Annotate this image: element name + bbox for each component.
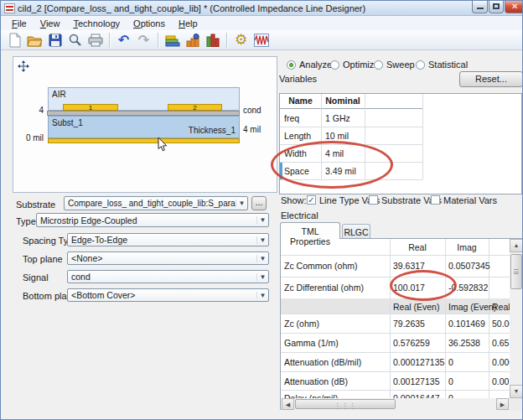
- vertical-scrollbar-thumb[interactable]: ☰: [510, 254, 522, 289]
- reset-button[interactable]: Reset...: [459, 71, 523, 87]
- tml-row-name: Attenuation (dB/mil): [284, 357, 361, 367]
- loss-chart-button[interactable]: [204, 32, 221, 49]
- toolbar-separator: [226, 33, 227, 48]
- undo-button[interactable]: ↶: [115, 32, 132, 49]
- new-file-button[interactable]: [6, 32, 23, 49]
- analyze-radio[interactable]: [287, 60, 296, 70]
- save-icon: [49, 34, 62, 47]
- bottom-cover-layer[interactable]: [48, 138, 240, 143]
- var-row-freq-value[interactable]: 1 GHz: [325, 113, 350, 123]
- scroll-right-button[interactable]: ▶: [496, 398, 509, 410]
- chevron-down-icon: ▼: [256, 255, 268, 262]
- minimize-button[interactable]: [472, 1, 488, 13]
- zoom-button[interactable]: [66, 32, 84, 49]
- tml-row-imag: 0: [448, 376, 453, 386]
- tml-row-imag: 0: [448, 357, 453, 367]
- menu-view[interactable]: View: [34, 18, 66, 29]
- menu-help[interactable]: Help: [173, 18, 204, 29]
- trace-2[interactable]: 2: [168, 104, 222, 111]
- settings-gear-icon: ⚙: [235, 34, 247, 47]
- tml-row-name: Attenuation (dB): [284, 376, 348, 386]
- tml-subcol-imag-even: Imag (Even): [448, 302, 496, 312]
- menu-options[interactable]: Options: [127, 18, 171, 29]
- maximize-button[interactable]: [489, 1, 504, 13]
- electrical-label: Electrical: [281, 210, 318, 220]
- tml-row-extra: 0.001: [492, 376, 510, 386]
- impedance-chart-icon: [185, 34, 200, 47]
- chevron-down-icon: ▼: [256, 236, 268, 244]
- tab-rlgc[interactable]: RLGC: [342, 224, 370, 239]
- vertical-scrollbar[interactable]: ▲ ☰ ▼: [510, 239, 523, 398]
- bottom-plane-value: <Bottom Cover>: [68, 290, 256, 300]
- substrate-browse-button[interactable]: ...: [251, 196, 267, 210]
- annotation-circle-zc-differential: [390, 270, 457, 301]
- annotation-circle-width-space: [271, 141, 393, 189]
- horizontal-scrollbar-thumb[interactable]: ⋮⋮⋮: [295, 399, 396, 409]
- scroll-down-button[interactable]: ▼: [510, 385, 523, 398]
- settings-button[interactable]: ⚙: [232, 32, 250, 49]
- var-row-length-value[interactable]: 10 mil: [325, 131, 349, 141]
- material-vars-checkbox[interactable]: [431, 195, 440, 205]
- trace-2-label: 2: [168, 105, 221, 111]
- chevron-down-icon: ▼: [256, 216, 268, 224]
- optimize-radio[interactable]: [330, 60, 339, 70]
- tml-col-imag: Imag: [445, 242, 489, 252]
- spacing-type-select[interactable]: Edge-To-Edge ▼: [67, 233, 269, 246]
- tml-col-real: Real: [390, 242, 445, 252]
- app-icon: [4, 3, 15, 13]
- cross-section-panel[interactable]: AIR 1 2 4 cond Subst_1 Thickness_1 4 mil…: [13, 56, 277, 193]
- top-plane-select[interactable]: <None> ▼: [67, 251, 269, 265]
- type-select[interactable]: Microstrip Edge-Coupled ▼: [36, 213, 269, 227]
- scroll-up-button[interactable]: ▲: [510, 239, 523, 252]
- top-plane-label: Top plane: [23, 254, 63, 264]
- substrate-stack-icon: [165, 34, 180, 47]
- tml-properties-table[interactable]: Real Imag Zc Common (ohm) 39.6317 0.0507…: [280, 238, 523, 410]
- tml-row-real: 0.00127135: [393, 376, 439, 386]
- sweep-radio[interactable]: [374, 60, 383, 70]
- scroll-left-button[interactable]: ◀: [282, 398, 294, 410]
- tml-subcol-real-even: Real (Even): [393, 302, 439, 312]
- analyze-radio-label: Analyze: [299, 60, 332, 70]
- menu-file[interactable]: File: [6, 18, 33, 29]
- tml-row-extra: 0.651: [492, 338, 510, 348]
- menu-technology[interactable]: Technology: [67, 18, 126, 29]
- mouse-cursor: [158, 137, 168, 152]
- substrate-select[interactable]: Compare_loss_ and_tight_couple_lib:S_par…: [64, 196, 248, 210]
- redo-button[interactable]: ↷: [135, 32, 153, 49]
- close-button[interactable]: ✕: [505, 1, 523, 13]
- statistical-radio[interactable]: [416, 60, 425, 70]
- tml-row-name: Zc Common (ohm): [284, 261, 358, 271]
- substrate-vars-checkbox[interactable]: [369, 195, 378, 205]
- close-icon: ✕: [505, 2, 523, 11]
- tab-tml-properties[interactable]: TML Properties: [280, 222, 340, 239]
- variables-col-name: Name: [280, 96, 321, 106]
- thickness-value: 4 mil: [243, 125, 261, 134]
- signal-value: cond: [68, 272, 256, 282]
- substrate-stack-button[interactable]: [163, 32, 181, 49]
- maximize-icon: [493, 3, 500, 9]
- print-button[interactable]: [86, 32, 104, 49]
- signal-select[interactable]: cond ▼: [67, 270, 269, 283]
- trace-1[interactable]: 1: [63, 104, 118, 111]
- tml-subcol-extra: Real (: [492, 302, 510, 312]
- save-button[interactable]: [46, 32, 64, 49]
- title-bar: cild_2 [Compare_loss_ and_tight_couple_l…: [1, 1, 523, 16]
- chevron-down-icon: ▼: [256, 273, 268, 281]
- tml-row-extra: 50.00: [492, 319, 510, 329]
- open-file-button[interactable]: [26, 32, 44, 49]
- horizontal-scrollbar[interactable]: ◀ ⋮⋮⋮ ▶: [281, 398, 510, 411]
- bottom-plane-select[interactable]: <Bottom Cover> ▼: [67, 288, 269, 302]
- show-label: Show:: [281, 195, 307, 205]
- tml-row-real: 0.576259: [393, 338, 430, 348]
- waveform-icon: [254, 34, 269, 47]
- var-row-length-name[interactable]: Length: [284, 131, 311, 141]
- var-row-freq-name[interactable]: freq: [284, 113, 299, 123]
- type-label: Type: [16, 216, 36, 226]
- toolbar-separator: [109, 33, 110, 48]
- baseline-label: 0 mil: [23, 133, 44, 143]
- waveform-button[interactable]: [252, 32, 270, 49]
- line-type-vars-checkbox[interactable]: ✓: [307, 195, 316, 205]
- substrate-layer[interactable]: Subst_1 Thickness_1: [48, 116, 240, 138]
- top-plane-value: <None>: [68, 253, 256, 263]
- impedance-chart-button[interactable]: [184, 32, 201, 49]
